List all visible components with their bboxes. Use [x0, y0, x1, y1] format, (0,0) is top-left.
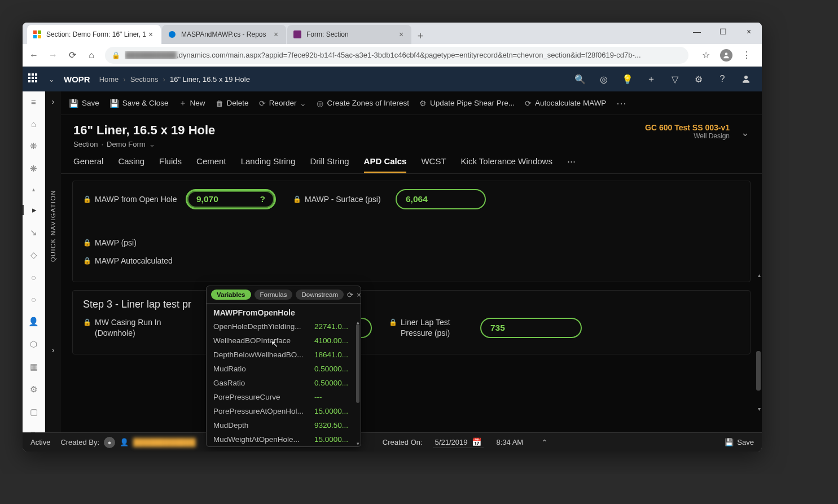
popup-row[interactable]: MudRatio0.50000... — [207, 362, 361, 376]
nav-home-icon[interactable]: ⌂ — [86, 50, 97, 61]
tab-wcst[interactable]: WCST — [421, 156, 446, 173]
popup-refresh-icon[interactable]: ⟳ — [347, 291, 353, 299]
calendar-icon[interactable]: 📅 — [472, 437, 481, 446]
popup-row[interactable]: MudDepth9320.50... — [207, 418, 361, 432]
window-close-icon[interactable]: × — [736, 23, 762, 41]
popup-row[interactable]: PorePressureCurve--- — [207, 390, 361, 404]
help-indicator-icon[interactable]: ? — [260, 194, 265, 204]
popup-tab-downstream[interactable]: Downstream — [296, 290, 344, 300]
gear-icon[interactable]: ⚙ — [693, 73, 704, 85]
content-scrollbar[interactable]: ▴ ▾ — [755, 272, 761, 412]
created-on-date-input[interactable]: 5/21/2019 📅 — [433, 436, 484, 448]
tab-fluids[interactable]: Fluids — [159, 156, 182, 173]
help-icon[interactable]: ? — [717, 73, 728, 85]
rail-square-icon[interactable]: ◇ — [28, 250, 40, 260]
more-commands-icon[interactable]: ⋯ — [616, 97, 626, 109]
tab-close-icon[interactable]: × — [271, 30, 280, 39]
tab-close-icon[interactable]: × — [397, 30, 406, 39]
nav-back-icon[interactable]: ← — [28, 50, 40, 61]
rail-home-icon[interactable]: ⌂ — [28, 119, 40, 129]
header-collapse-icon[interactable]: ⌄ — [741, 126, 749, 139]
tab-cement[interactable]: Cement — [196, 156, 226, 173]
card-step3: Step 3 - Liner lap test pr 🔒MW Casing Ru… — [72, 290, 751, 354]
chrome-menu-icon[interactable]: ⋮ — [740, 49, 753, 62]
new-button[interactable]: ＋New — [179, 98, 205, 108]
popup-row[interactable]: DepthBelowWellheadBO...18641.0... — [207, 348, 361, 362]
account-icon[interactable] — [720, 49, 732, 62]
save-close-button[interactable]: 💾Save & Close — [109, 99, 169, 108]
popup-scrollbar[interactable] — [355, 319, 359, 446]
address-input[interactable]: 🔒 ██████████.dynamics.com/main.aspx?appi… — [105, 47, 688, 64]
chevron-down-icon[interactable]: ⌄ — [149, 140, 155, 148]
rail-link-icon[interactable]: ↘ — [28, 227, 40, 238]
scrollbar-thumb[interactable] — [756, 351, 761, 391]
search-icon[interactable]: 🔍 — [574, 73, 586, 85]
popup-row[interactable]: WellheadBOPInterface4100.00... — [207, 334, 361, 348]
add-icon[interactable]: ＋ — [646, 73, 657, 85]
tab-overflow-icon[interactable]: ⋯ — [567, 156, 576, 173]
new-tab-button[interactable]: + — [413, 28, 428, 44]
browser-tab-1[interactable]: Section: Demo Form: 16" Liner, 1 × — [27, 25, 161, 44]
rail-caret-icon[interactable]: ▴ — [28, 186, 40, 192]
popup-row[interactable]: OpenHoleDepthYielding...22741.0... — [207, 319, 361, 334]
rail-gear-icon[interactable]: ⚙ — [28, 384, 40, 395]
breadcrumb-home[interactable]: Home — [99, 75, 119, 84]
rail-hub-icon[interactable]: ⬡ — [28, 339, 40, 349]
rail-entity2-icon[interactable]: ❋ — [28, 164, 40, 174]
shear-button[interactable]: ⚙Update Pipe Shear Pre... — [419, 99, 515, 108]
rail-entity1-icon[interactable]: ❋ — [28, 141, 40, 151]
popup-tab-variables[interactable]: Variables — [211, 290, 251, 300]
task-icon[interactable]: ◎ — [598, 73, 609, 85]
tab-apd-calcs[interactable]: APD Calcs — [364, 156, 407, 173]
tab-close-icon[interactable]: × — [146, 30, 155, 39]
browser-tab-2[interactable]: MASPAndMAWP.cs - Repos × — [162, 25, 286, 44]
tab-general[interactable]: General — [73, 156, 103, 173]
popup-row[interactable]: GasRatio0.50000... — [207, 376, 361, 390]
rail-person-icon[interactable]: 👤 — [28, 317, 40, 327]
nav-reload-icon[interactable]: ⟳ — [67, 50, 78, 61]
tab-casing[interactable]: Casing — [118, 156, 144, 173]
save-button[interactable]: 💾Save — [69, 99, 99, 108]
nav-forward-icon[interactable]: → — [47, 50, 59, 61]
popup-row[interactable]: PorePressureAtOpenHol...15.0000... — [207, 404, 361, 418]
rail-grid-icon[interactable]: ▦ — [28, 362, 40, 372]
delete-button[interactable]: 🗑Delete — [216, 99, 249, 108]
tab-drill-string[interactable]: Drill String — [310, 156, 349, 173]
app-launcher-icon[interactable] — [28, 73, 40, 85]
popup-close-icon[interactable]: × — [357, 291, 361, 299]
footer-save-button[interactable]: 💾Save — [725, 438, 754, 446]
tab-favicon-d365 — [293, 30, 302, 39]
bookmark-star-icon[interactable]: ☆ — [700, 49, 712, 62]
rail-circle2-icon[interactable]: ○ — [28, 295, 40, 304]
rail-menu-icon[interactable]: ≡ — [28, 97, 40, 107]
related-record[interactable]: GC 600 Test SS 003-v1 Well Design — [645, 123, 730, 140]
created-on-time-input[interactable]: 8:34 AM — [494, 437, 525, 448]
tab-landing-string[interactable]: Landing String — [241, 156, 296, 173]
popup-row[interactable]: MudWeightAtOpenHole...15.0000... — [207, 432, 361, 446]
idea-icon[interactable]: 💡 — [622, 73, 633, 85]
record-header: 16" Liner, 16.5 x 19 Hole Section · Demo… — [61, 115, 762, 152]
rail-active-icon[interactable]: ▸ — [23, 205, 45, 215]
window-maximize-icon[interactable]: ☐ — [710, 23, 736, 41]
input-liner-lap[interactable]: 735 — [480, 318, 582, 338]
zones-button[interactable]: ◎Create Zones of Interest — [317, 99, 409, 108]
breadcrumb-sections[interactable]: Sections — [130, 75, 159, 84]
quick-nav-expand-icon[interactable]: › — [52, 97, 55, 106]
scroll-down-icon[interactable]: ▾ — [357, 441, 359, 446]
window-minimize-icon[interactable]: — — [684, 23, 710, 41]
user-icon[interactable] — [740, 73, 752, 85]
popup-tab-formulas[interactable]: Formulas — [255, 290, 293, 300]
autocalc-button[interactable]: ⟳Autocalculate MAWP — [525, 99, 606, 108]
filter-icon[interactable]: ▽ — [669, 73, 681, 85]
created-by-name[interactable]: ████████████ — [133, 438, 196, 446]
quick-nav-next-icon[interactable]: › — [52, 345, 55, 354]
chevron-down-icon[interactable]: ⌄ — [49, 75, 55, 84]
footer-expand-icon[interactable]: ⌃ — [541, 438, 548, 447]
reorder-button[interactable]: ⟳Reorder ⌄ — [259, 99, 307, 108]
tab-kick-tolerance[interactable]: Kick Tolerance Windows — [461, 156, 552, 173]
input-mawp-open-hole[interactable]: 9,070? — [186, 189, 276, 209]
browser-tab-3[interactable]: Form: Section × — [287, 25, 411, 44]
rail-circle-icon[interactable]: ○ — [28, 273, 40, 282]
input-mawp-surface[interactable]: 6,064 — [396, 189, 486, 209]
rail-box-icon[interactable]: ▢ — [28, 407, 40, 417]
